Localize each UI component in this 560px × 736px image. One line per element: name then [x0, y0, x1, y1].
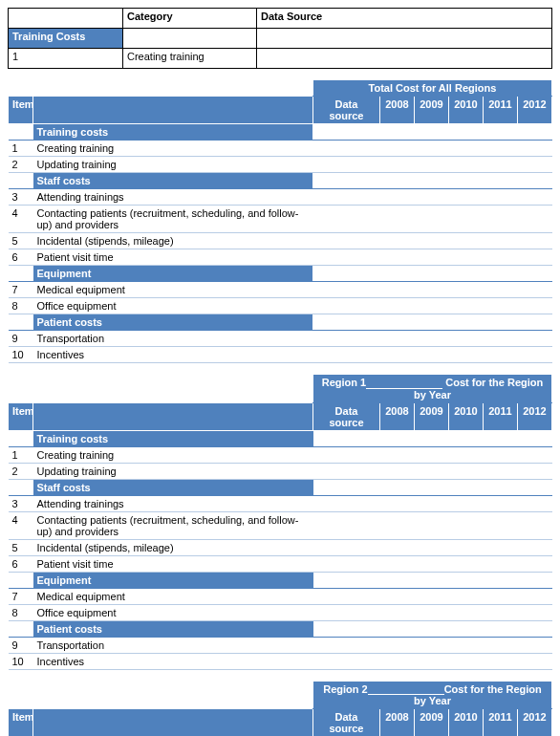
- row-desc: Updating training: [33, 463, 313, 479]
- col-year: 2008: [379, 97, 414, 124]
- row-number: 7: [9, 588, 33, 604]
- year-cell: [448, 206, 483, 233]
- row-number: 7: [9, 282, 33, 298]
- row-ds-cell: [312, 298, 379, 314]
- row-number: 4: [9, 511, 33, 539]
- year-cell: [484, 539, 518, 555]
- data-row: 4 Contacting patients (recruitment, sche…: [9, 206, 552, 233]
- year-cell: [449, 539, 484, 555]
- row-desc: Updating training: [33, 157, 313, 173]
- row-ds-cell: [313, 511, 380, 539]
- year-cell: [448, 233, 483, 249]
- year-cell: [415, 446, 449, 463]
- section-header-staff: Staff costs: [9, 173, 552, 189]
- row-desc: Medical equipment: [33, 282, 313, 298]
- year-cell: [448, 189, 483, 206]
- def-row-ds: [257, 49, 552, 69]
- column-header-row: Item Data source 20082009201020112012: [9, 709, 552, 736]
- year-cell: [518, 555, 552, 572]
- year-cell: [414, 189, 448, 206]
- year-cell: [448, 331, 483, 347]
- col-desc-blank: [33, 402, 313, 430]
- row-desc: Attending trainings: [33, 189, 313, 206]
- year-cell: [379, 347, 414, 363]
- row-number: 6: [9, 249, 33, 266]
- data-row: 9 Transportation: [9, 637, 552, 653]
- year-cell: [484, 653, 518, 669]
- year-cell: [415, 653, 449, 669]
- year-cell: [380, 495, 415, 511]
- row-number: 10: [9, 347, 33, 363]
- region-blank: [368, 684, 444, 695]
- row-desc: Patient visit time: [33, 555, 313, 572]
- year-cell: [448, 298, 483, 314]
- col-item: Item: [9, 402, 33, 430]
- year-cell: [380, 511, 415, 539]
- data-row: 5 Incidental (stipends, mileage): [9, 539, 552, 555]
- row-ds-cell: [312, 141, 379, 157]
- data-row: 10 Incentives: [9, 347, 552, 363]
- data-row: 2 Updating training: [9, 157, 552, 173]
- data-row: 4 Contacting patients (recruitment, sche…: [9, 511, 552, 539]
- data-row: 1 Creating training: [9, 446, 552, 463]
- col-year: 2008: [380, 402, 415, 430]
- year-cell: [484, 604, 518, 620]
- year-cell: [380, 604, 415, 620]
- year-cell: [379, 331, 414, 347]
- row-number: 2: [9, 157, 33, 173]
- row-desc: Incentives: [33, 653, 313, 669]
- column-header-row: Item Data source 20082009201020112012: [9, 402, 552, 430]
- block-title: Total Cost for All Regions: [369, 82, 497, 94]
- row-desc: Incidental (stipends, mileage): [33, 539, 313, 555]
- year-cell: [414, 282, 448, 298]
- year-cell: [518, 446, 552, 463]
- year-cell: [517, 282, 551, 298]
- year-cell: [414, 298, 448, 314]
- def-col-category: Category: [123, 9, 257, 29]
- row-number: 9: [9, 331, 33, 347]
- col-year: 2010: [449, 402, 484, 430]
- def-col-datasource: Data Source: [257, 9, 552, 29]
- year-cell: [518, 495, 552, 511]
- section-header-training: Training costs: [9, 430, 552, 446]
- year-cell: [517, 298, 551, 314]
- def-row-num: 1: [9, 49, 123, 69]
- cost-block-0: Total Cost for All Regions Item Data sou…: [8, 80, 552, 363]
- row-ds-cell: [312, 206, 379, 233]
- data-row: 9 Transportation: [9, 331, 552, 347]
- row-number: 3: [9, 495, 33, 511]
- year-cell: [379, 249, 414, 266]
- col-year: 2008: [379, 709, 414, 736]
- row-desc: Incentives: [33, 347, 313, 363]
- year-cell: [415, 539, 449, 555]
- year-cell: [484, 588, 518, 604]
- year-cell: [415, 555, 449, 572]
- row-desc: Contacting patients (recruitment, schedu…: [33, 511, 313, 539]
- year-cell: [484, 637, 518, 653]
- year-cell: [379, 206, 414, 233]
- year-cell: [415, 495, 449, 511]
- row-desc: Medical equipment: [33, 588, 313, 604]
- col-year: 2011: [483, 709, 517, 736]
- row-number: 8: [9, 298, 33, 314]
- year-cell: [518, 588, 552, 604]
- year-cell: [517, 141, 551, 157]
- col-data-source: Data source: [312, 97, 379, 124]
- year-cell: [380, 446, 415, 463]
- col-desc-blank: [33, 709, 313, 736]
- year-cell: [518, 637, 552, 653]
- year-cell: [449, 637, 484, 653]
- year-cell: [380, 555, 415, 572]
- year-cell: [518, 653, 552, 669]
- year-cell: [449, 511, 484, 539]
- year-cell: [415, 511, 449, 539]
- row-desc: Creating training: [33, 446, 313, 463]
- row-ds-cell: [312, 282, 379, 298]
- row-number: 5: [9, 539, 33, 555]
- row-desc: Patient visit time: [33, 249, 313, 266]
- year-cell: [484, 463, 518, 479]
- section-header-equip: Equipment: [9, 266, 552, 282]
- row-number: 10: [9, 653, 33, 669]
- year-cell: [448, 157, 483, 173]
- year-cell: [415, 588, 449, 604]
